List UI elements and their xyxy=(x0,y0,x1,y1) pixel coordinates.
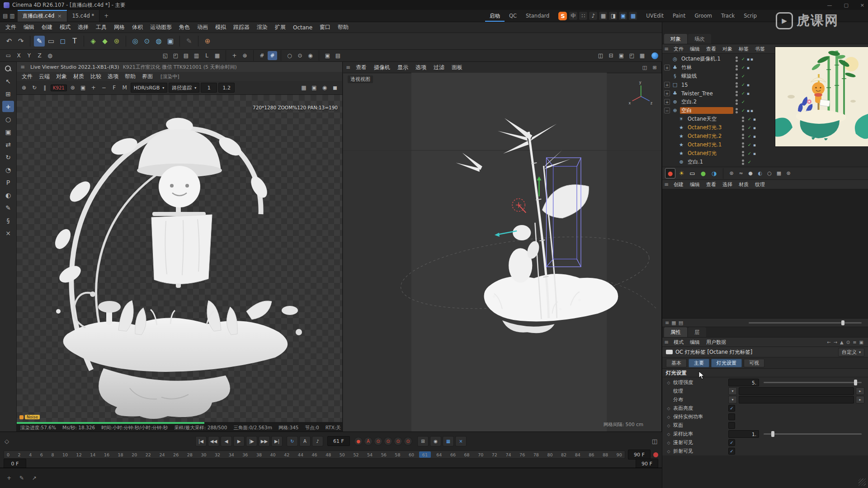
lock-icon[interactable]: ▣ xyxy=(859,340,863,345)
search-icon[interactable] xyxy=(2,63,14,74)
octane-daylight-icon[interactable]: ☀ xyxy=(677,169,686,178)
visibility-dots[interactable] xyxy=(740,134,746,139)
keyframe-diamond[interactable]: ◇ xyxy=(666,380,671,385)
layout-tab[interactable]: Paint xyxy=(668,10,690,22)
keyframe-diamond[interactable]: ◇ xyxy=(666,449,671,454)
menu-item[interactable]: 编辑 xyxy=(20,22,38,33)
object-row[interactable]: ★ Octane灯光 ✓ ▪ xyxy=(662,149,868,158)
zoom-out-icon[interactable]: − xyxy=(99,83,108,92)
enabled-check-icon[interactable]: ✓ xyxy=(746,117,753,122)
clay-mode-icon[interactable]: ▣ xyxy=(310,83,319,92)
expand-toggle[interactable] xyxy=(670,125,676,131)
object-tags[interactable]: ▪ xyxy=(747,91,765,96)
enabled-check-icon[interactable]: ✓ xyxy=(740,91,747,96)
viewport-3d-scene[interactable]: yxz xyxy=(343,73,661,434)
object-name[interactable]: 空白 xyxy=(680,107,733,114)
range-end-input[interactable]: 90 F xyxy=(636,459,658,469)
document-tab[interactable]: 直播白模.c4d × xyxy=(18,10,67,22)
expand-toggle[interactable] xyxy=(664,73,670,79)
object-tags[interactable]: ▪▪ xyxy=(747,57,765,61)
sculpt-pen-disabled-icon[interactable]: ✎ xyxy=(184,36,194,47)
menu-item[interactable]: 动画 xyxy=(193,22,212,33)
object-tags[interactable]: ▪ xyxy=(747,66,765,70)
preset-select[interactable]: 自定义 ▾ xyxy=(838,348,864,357)
material-grid-icon[interactable]: ▦ xyxy=(212,51,222,60)
material-ball-icon[interactable]: ● xyxy=(746,169,755,178)
thumbnail-size-slider[interactable] xyxy=(749,322,862,324)
minimize-button[interactable]: — xyxy=(827,2,832,8)
snap-icon[interactable]: + xyxy=(230,51,239,60)
texture-strength-slider[interactable] xyxy=(764,382,862,383)
layout-tab[interactable]: Scrip xyxy=(739,10,761,22)
distribution-browse-button[interactable]: ▸ xyxy=(856,396,864,404)
grid-layout-icon[interactable]: ▦ xyxy=(637,51,647,60)
expand-toggle[interactable]: + xyxy=(664,82,670,88)
expand-toggle[interactable]: + xyxy=(664,90,670,96)
glossy-ball-icon[interactable]: ◐ xyxy=(756,169,764,178)
enabled-check-icon[interactable]: ✓ xyxy=(740,108,747,113)
layout-tab[interactable]: QC xyxy=(505,10,521,22)
menu-item[interactable]: 界面 xyxy=(139,73,156,80)
pause-render-icon[interactable]: ∥ xyxy=(40,83,49,92)
visibility-dots[interactable] xyxy=(740,117,746,122)
menu-item[interactable]: 文件 xyxy=(2,22,20,33)
maximize-button[interactable]: ▢ xyxy=(844,2,848,8)
ime-icon[interactable]: ♪ xyxy=(589,12,597,20)
menu-item[interactable]: 文件 xyxy=(19,73,36,80)
keyframe-diamond[interactable]: ◇ xyxy=(666,441,671,445)
lock-x-button[interactable]: X xyxy=(14,51,24,60)
sogou-ime-icon[interactable]: S xyxy=(558,12,567,20)
kernel-select[interactable]: 路径追踪▾ xyxy=(169,83,199,93)
sampling-rate-input[interactable]: 1. xyxy=(728,430,759,438)
visibility-dots[interactable] xyxy=(733,65,740,70)
object-name[interactable]: 15 xyxy=(680,82,733,88)
menu-item[interactable]: 渲染 xyxy=(253,22,271,33)
expand-toggle[interactable] xyxy=(670,142,676,148)
texture-browse-button[interactable]: ▸ xyxy=(856,387,864,395)
menu-item[interactable]: 查看 xyxy=(703,181,719,188)
color-mode-select[interactable]: HDR/sRGB▾ xyxy=(131,83,168,93)
axis-swap-tool[interactable]: ⇄ xyxy=(2,139,14,150)
render-settings-icon[interactable]: ▤ xyxy=(181,51,191,60)
scale-tool[interactable]: ▣ xyxy=(2,126,14,137)
refraction-visibility-checkbox[interactable]: ✓ xyxy=(728,448,735,455)
visibility-dots[interactable] xyxy=(740,125,746,131)
object-name[interactable]: 竹林 xyxy=(680,64,733,71)
menu-item[interactable]: 编辑 xyxy=(687,339,703,346)
four-view-icon[interactable]: ⊞ xyxy=(651,63,659,71)
mograph-icon[interactable]: ◈ xyxy=(88,36,99,47)
ime-icon[interactable]: ◨ xyxy=(609,12,617,20)
simulation-gear-icon[interactable]: ⊛ xyxy=(111,36,122,47)
menu-item[interactable]: 对象 xyxy=(719,46,736,52)
menu-item[interactable]: 过滤 xyxy=(430,64,448,71)
panel-menu-icon[interactable]: ≡ xyxy=(20,64,25,70)
diffuse-visibility-checkbox[interactable]: ✓ xyxy=(728,439,735,446)
close-tab-icon[interactable]: × xyxy=(57,13,61,19)
record-pla-icon[interactable]: ⊙ xyxy=(404,437,412,446)
object-name[interactable]: 螺旋线 xyxy=(680,73,733,80)
menu-item[interactable]: 用户数据 xyxy=(703,339,729,346)
menu-item[interactable]: 查看 xyxy=(352,64,370,71)
render-view-icon[interactable]: ◱ xyxy=(160,51,170,60)
close-button[interactable]: × xyxy=(860,2,864,8)
material-list-empty[interactable] xyxy=(662,189,868,319)
enabled-check-icon[interactable]: ✓ xyxy=(740,74,747,79)
menu-item[interactable]: 跟踪器 xyxy=(230,22,253,33)
layout-tab[interactable]: Standard xyxy=(521,10,554,22)
expand-toggle[interactable] xyxy=(670,133,676,139)
expand-toggle[interactable] xyxy=(670,116,676,122)
object-name[interactable]: Octane天空 xyxy=(686,116,740,122)
menu-item[interactable]: 创建 xyxy=(38,22,56,33)
menu-item[interactable]: 材质 xyxy=(70,73,87,80)
brush-tool[interactable]: ✎ xyxy=(2,202,14,213)
save-layout-icon[interactable]: ◰ xyxy=(627,51,637,60)
next-key-button[interactable]: ▶▶ xyxy=(259,436,270,446)
octane-medium-icon[interactable]: ≈ xyxy=(737,169,745,178)
panel-menu-icon[interactable]: ≡ xyxy=(664,46,669,52)
coordinate-system-icon[interactable]: ◍ xyxy=(45,51,55,60)
menu-item[interactable]: 角色 xyxy=(175,22,193,33)
samples-input[interactable]: 1 xyxy=(201,83,217,93)
selection-tool[interactable]: ↖ xyxy=(2,75,14,87)
record-rotation-icon[interactable]: ⊙ xyxy=(394,437,402,446)
record-dot[interactable] xyxy=(653,452,658,457)
